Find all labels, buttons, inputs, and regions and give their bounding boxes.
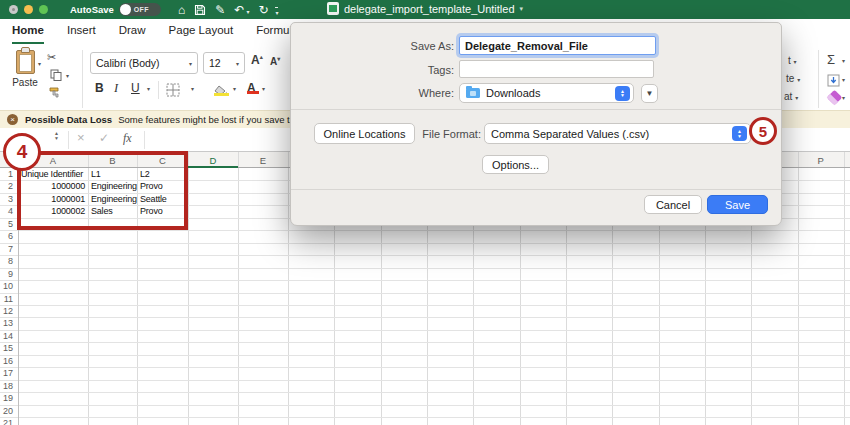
row-header-1[interactable]: 1 bbox=[0, 168, 16, 180]
where-dropdown[interactable]: Downloads ▲▼ bbox=[459, 83, 634, 103]
formula-bar-divider bbox=[68, 131, 69, 149]
row-header-19[interactable]: 19 bbox=[0, 392, 16, 404]
fill-color-icon[interactable] bbox=[214, 82, 229, 96]
warning-close-icon[interactable]: × bbox=[7, 114, 18, 125]
copy-icon[interactable] bbox=[50, 69, 62, 83]
row-header-12[interactable]: 12 bbox=[0, 305, 16, 317]
format-cells-label-truncated[interactable]: at ▾ bbox=[784, 91, 798, 102]
row-header-7[interactable]: 7 bbox=[0, 243, 16, 255]
fill-down-chevron-icon[interactable]: ▾ bbox=[842, 76, 845, 83]
paste-label: Paste bbox=[12, 77, 38, 88]
grow-font-button[interactable]: A▴ bbox=[251, 53, 263, 67]
grid-hline bbox=[0, 392, 850, 393]
clear-eraser-icon[interactable] bbox=[827, 90, 843, 106]
tab-page-layout[interactable]: Page Layout bbox=[169, 24, 234, 44]
borders-chevron-icon[interactable]: ▾ bbox=[191, 85, 194, 92]
row-header-15[interactable]: 15 bbox=[0, 342, 16, 354]
column-header-P[interactable]: P bbox=[798, 152, 844, 168]
row-header-5[interactable]: 5 bbox=[0, 218, 16, 230]
font-size-value: 12 bbox=[209, 57, 221, 69]
shrink-font-button[interactable]: A▾ bbox=[270, 55, 280, 67]
save-as-dialog: Save As: Delegate_Removal_File Tags: Whe… bbox=[290, 22, 782, 226]
excel-doc-icon bbox=[327, 2, 339, 15]
cut-icon[interactable]: ✂ bbox=[47, 51, 56, 64]
ribbon-divider bbox=[82, 50, 83, 108]
cancel-entry-icon[interactable]: × bbox=[77, 130, 85, 145]
row-header-20[interactable]: 20 bbox=[0, 405, 16, 417]
clear-chevron-icon[interactable]: ▾ bbox=[842, 94, 845, 101]
format-painter-icon[interactable] bbox=[48, 86, 62, 101]
row-header-11[interactable]: 11 bbox=[0, 293, 16, 305]
row-header-16[interactable]: 16 bbox=[0, 355, 16, 367]
font-color-button[interactable]: A bbox=[247, 81, 256, 95]
grid-hline bbox=[0, 342, 850, 343]
file-format-label: File Format: bbox=[361, 128, 481, 140]
grid-hline bbox=[0, 380, 850, 381]
grid-hline bbox=[0, 243, 850, 244]
row-header-2[interactable]: 2 bbox=[0, 180, 16, 192]
row-header-13[interactable]: 13 bbox=[0, 317, 16, 329]
step-4-highlight-rectangle bbox=[17, 151, 188, 230]
row-header-14[interactable]: 14 bbox=[0, 330, 16, 342]
underline-button[interactable]: U bbox=[131, 81, 140, 95]
underline-chevron-icon[interactable]: ▾ bbox=[147, 85, 150, 92]
autosum-icon[interactable]: Σ bbox=[827, 52, 835, 67]
grid-hline bbox=[0, 367, 850, 368]
ribbon-divider bbox=[158, 81, 159, 99]
title-chevron-icon[interactable]: ▾ bbox=[520, 5, 524, 13]
tab-draw[interactable]: Draw bbox=[119, 24, 146, 44]
fill-down-icon[interactable] bbox=[827, 73, 840, 91]
paste-chevron-icon[interactable]: ▾ bbox=[38, 60, 41, 67]
insert-cells-label-truncated[interactable]: t ▾ bbox=[788, 55, 797, 66]
downloads-folder-icon bbox=[466, 88, 480, 98]
grid-hline bbox=[0, 330, 850, 331]
active-column-underline bbox=[188, 166, 238, 169]
font-size-dropdown[interactable]: 12 ▾ bbox=[203, 52, 245, 74]
row-header-3[interactable]: 3 bbox=[0, 193, 16, 205]
document-title-area: delegate_import_template_Untitled ▾ bbox=[0, 2, 850, 17]
confirm-entry-icon[interactable]: ✓ bbox=[99, 131, 109, 145]
italic-button[interactable]: I bbox=[114, 81, 118, 96]
row-header-17[interactable]: 17 bbox=[0, 367, 16, 379]
warning-message: Some features might be lost if you save … bbox=[118, 114, 297, 125]
row-header-9[interactable]: 9 bbox=[0, 268, 16, 280]
tags-label: Tags: bbox=[334, 64, 454, 76]
grid-hline bbox=[0, 317, 850, 318]
titlebar: AutoSave OFF ⌂ ✎ ↶ ▾ ↻ ▾ delegate_import… bbox=[0, 0, 850, 19]
cancel-button[interactable]: Cancel bbox=[644, 195, 702, 214]
options-button[interactable]: Options... bbox=[482, 155, 549, 174]
dialog-divider bbox=[291, 189, 781, 190]
grid-hline bbox=[0, 305, 850, 306]
row-header-6[interactable]: 6 bbox=[0, 230, 16, 242]
tab-home[interactable]: Home bbox=[12, 24, 44, 44]
delete-cells-label-truncated[interactable]: te ▾ bbox=[786, 73, 800, 84]
fill-color-chevron-icon[interactable]: ▾ bbox=[233, 85, 236, 92]
tab-insert[interactable]: Insert bbox=[67, 24, 96, 44]
font-color-chevron-icon[interactable]: ▾ bbox=[262, 85, 265, 92]
column-header-E[interactable]: E bbox=[238, 152, 288, 168]
step-4-badge: 4 bbox=[3, 133, 41, 171]
name-box-stepper[interactable]: ▲▼ bbox=[54, 131, 59, 140]
row-header-18[interactable]: 18 bbox=[0, 380, 16, 392]
borders-icon[interactable] bbox=[166, 83, 180, 101]
insert-function-icon[interactable]: fx bbox=[123, 131, 132, 146]
row-header-8[interactable]: 8 bbox=[0, 255, 16, 267]
formula-bar-divider bbox=[144, 131, 145, 149]
document-title[interactable]: delegate_import_template_Untitled bbox=[344, 3, 515, 15]
font-name-dropdown[interactable]: Calibri (Body) ▾ bbox=[90, 52, 198, 74]
paste-button[interactable]: ▾ Paste bbox=[8, 50, 42, 106]
row-header-21[interactable]: 21 bbox=[0, 417, 16, 425]
save-button[interactable]: Save bbox=[707, 195, 768, 214]
where-stepper-icon: ▲▼ bbox=[615, 86, 630, 101]
autosum-chevron-icon[interactable]: ▾ bbox=[842, 57, 845, 64]
row-header-10[interactable]: 10 bbox=[0, 280, 16, 292]
row-header-4[interactable]: 4 bbox=[0, 205, 16, 217]
tags-input[interactable] bbox=[459, 60, 654, 78]
expand-dialog-chevron-button[interactable]: ▼ bbox=[641, 84, 658, 103]
copy-chevron-icon[interactable]: ▾ bbox=[66, 72, 69, 79]
bold-button[interactable]: B bbox=[95, 81, 104, 95]
file-format-stepper-icon: ▲▼ bbox=[732, 126, 747, 141]
dialog-divider bbox=[291, 109, 781, 110]
file-format-dropdown[interactable]: Comma Separated Values (.csv) ▲▼ bbox=[484, 123, 751, 144]
save-as-input[interactable]: Delegate_Removal_File bbox=[459, 36, 656, 55]
